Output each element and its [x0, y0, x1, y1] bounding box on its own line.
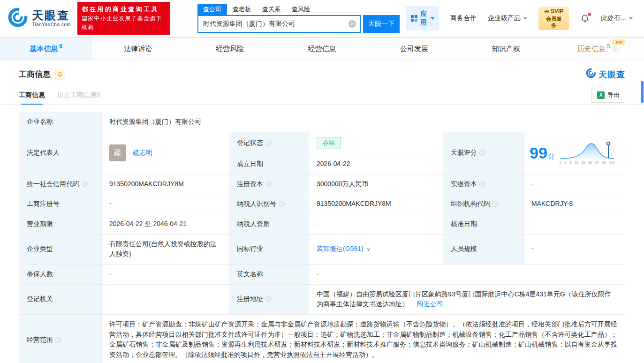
subtab-history-business-info[interactable]: 历史工商信息0: [57, 86, 100, 104]
field-value-business-scope: 许可项目：矿产资源勘查；非煤矿山矿产资源开采；金属与非金属矿产资源地质勘探；道路…: [102, 315, 625, 363]
help-icon[interactable]: [613, 46, 619, 52]
field-label-org-code: 组织机构代码: [443, 194, 524, 214]
enterprise-label: 企业级产品: [488, 14, 521, 23]
field-label-score: 天眼评分: [443, 132, 524, 174]
tab-history-info[interactable]: VIP 历史信息 5: [552, 38, 644, 60]
row-credit-code: 统一社会信用代码 91350200MAKCDRJY8M 注册资本 3000000…: [19, 174, 625, 194]
search-input[interactable]: [197, 15, 361, 33]
svip-label-line1: SVIP: [551, 8, 563, 15]
subtab-label: 历史工商信息0: [57, 91, 100, 99]
row-legal-rep-status: 法定代表人 疏 疏志明 登记状态 存续 天眼评分 99分: [19, 132, 625, 154]
field-label-reg-capital: 注册资本: [229, 174, 309, 194]
help-icon[interactable]: [55, 337, 61, 343]
industry-link[interactable]: 装卸搬运(G591): [317, 245, 364, 252]
help-icon[interactable]: [82, 181, 88, 187]
tianyancha-logo-icon: [8, 7, 28, 30]
tab-count: 6: [59, 43, 62, 50]
search-button[interactable]: 天眼一下: [363, 15, 400, 33]
field-label-address: 注册地址: [229, 284, 309, 314]
logo-text-cn: 天眼查: [32, 9, 71, 22]
field-value-company-type: 有限责任公司(自然人投资或控股的法人独资): [102, 234, 229, 264]
tab-label: 基本信息: [30, 45, 58, 53]
menu-business-cooperation[interactable]: 商务合作: [450, 14, 477, 23]
field-value-reg-status: 存续: [309, 132, 443, 154]
chevron-down-icon[interactable]: ∨: [366, 246, 370, 252]
search-tab-company[interactable]: 查公司: [197, 4, 227, 15]
field-value-company-name: 时代资源集团（厦门）有限公司: [102, 112, 625, 132]
field-label-legal-rep: 法定代表人: [19, 132, 102, 174]
notification-dot: [588, 13, 591, 16]
tianyancha-logo[interactable]: 天眼查 TianYanCha.com: [8, 7, 71, 30]
field-value-score: 99分: [524, 132, 625, 174]
score-distribution-chart: 0131550859799100: [560, 141, 615, 166]
export-button[interactable]: X 导出: [591, 88, 625, 103]
field-value-reg-number: -: [102, 194, 229, 214]
field-value-taxpayer-id: 91350200MAKCDRJY8M: [309, 194, 443, 214]
help-icon[interactable]: [265, 140, 272, 146]
help-icon[interactable]: [265, 296, 272, 302]
tab-label: 知识产权: [492, 45, 520, 53]
help-icon[interactable]: [479, 150, 485, 156]
apps-menu[interactable]: 应用: [406, 6, 439, 30]
help-icon[interactable]: [265, 181, 272, 187]
subtab-business-info[interactable]: 工商信息: [19, 86, 45, 104]
legal-rep-avatar[interactable]: 疏: [109, 144, 126, 161]
search-tab-risk[interactable]: 查风险: [286, 4, 316, 15]
search-tab-boss[interactable]: 查老板: [227, 4, 257, 15]
tab-operating-risk[interactable]: 经营风险: [184, 38, 276, 60]
profile-label: 此处有...: [601, 14, 626, 23]
field-label-business-term: 营业期限: [19, 214, 102, 234]
section-brand-logo: 天眼查: [586, 68, 625, 81]
field-value-staff-size: -: [524, 234, 625, 264]
status-badge: 存续: [317, 137, 341, 149]
score-curve: [560, 141, 615, 159]
tab-label: 经营信息: [308, 45, 336, 53]
field-value-legal-rep: 疏 疏志明: [102, 132, 229, 174]
field-value-address: 中国（福建）自由贸易试验区厦门片区象屿路93号厦门国际航运中心C栋4层431单元…: [309, 284, 625, 314]
apps-label: 应用: [420, 10, 427, 27]
row-business-scope: 经营范围 许可项目：矿产资源勘查；非煤矿山矿产资源开采；金属与非金属矿产资源地质…: [19, 315, 625, 363]
chevron-down-icon: [523, 17, 527, 20]
subtab-label: 工商信息: [19, 91, 45, 99]
field-label-credit-code: 统一社会信用代码: [19, 174, 102, 194]
tab-label: 经营风险: [216, 45, 244, 53]
chevron-down-icon: [629, 17, 633, 20]
help-icon[interactable]: [279, 201, 285, 207]
menu-enterprise-products[interactable]: 企业级产品: [488, 14, 527, 23]
nearby-companies-link[interactable]: 附近公司: [417, 300, 443, 308]
help-icon[interactable]: [492, 201, 499, 207]
tab-operating-info[interactable]: 经营信息: [276, 38, 368, 60]
crown-icon: [544, 8, 549, 15]
user-profile-menu[interactable]: 此处有...: [601, 14, 633, 23]
tab-company-development[interactable]: 公司发展: [368, 38, 460, 60]
notification-bell-icon[interactable]: [580, 14, 590, 23]
export-label: 导出: [607, 91, 620, 99]
tab-legal-proceedings[interactable]: 法律诉讼: [92, 38, 184, 60]
svip-membership-badge[interactable]: SVIP 会员服务: [538, 7, 569, 30]
field-value-business-term: 2026-04-22 至 2046-04-21: [102, 214, 229, 234]
field-value-approval-date: -: [524, 214, 625, 234]
help-icon[interactable]: [479, 181, 485, 187]
clear-search-icon[interactable]: [349, 20, 356, 28]
field-value-reg-capital: 3000000万人民币: [309, 174, 443, 194]
row-business-term: 营业期限 2026-04-22 至 2046-04-21 纳税人资质 - 核准日…: [19, 214, 625, 234]
row-company-type: 企业类型 有限责任公司(自然人投资或控股的法人独资) 国标行业 装卸搬运(G59…: [19, 234, 625, 264]
field-value-english-name: -: [309, 264, 625, 284]
tab-basic-info[interactable]: 基本信息 6: [0, 38, 92, 60]
field-value-industry: 装卸搬运(G591) ∨: [309, 234, 443, 264]
search-area: 查公司 查老板 查关系 查风险 天眼一下: [197, 4, 400, 33]
tab-intellectual-property[interactable]: 知识产权: [460, 38, 552, 60]
field-value-est-date: 2026-04-22: [309, 154, 443, 174]
slogan-line2: 国家中小企业发展子基金旗下机构: [82, 14, 166, 31]
search-tab-relation[interactable]: 查关系: [257, 4, 286, 15]
row-reg-number: 工商注册号 - 纳税人识别号 91350200MAKCDRJY8M 组织机构代码…: [19, 194, 625, 214]
row-company-name: 企业名称 时代资源集团（厦门）有限公司: [19, 112, 625, 132]
legal-rep-link[interactable]: 疏志明: [133, 149, 152, 156]
field-label-english-name: 英文名称: [229, 264, 309, 284]
field-label-company-name: 企业名称: [19, 112, 102, 132]
scrollbar-thumb[interactable]: [641, 81, 644, 103]
vip-badge: VIP: [613, 39, 625, 45]
field-label-taxpayer-id: 纳税人识别号: [229, 194, 309, 214]
monitor-bell-icon[interactable]: [54, 69, 65, 80]
tab-count: 5: [607, 43, 610, 50]
